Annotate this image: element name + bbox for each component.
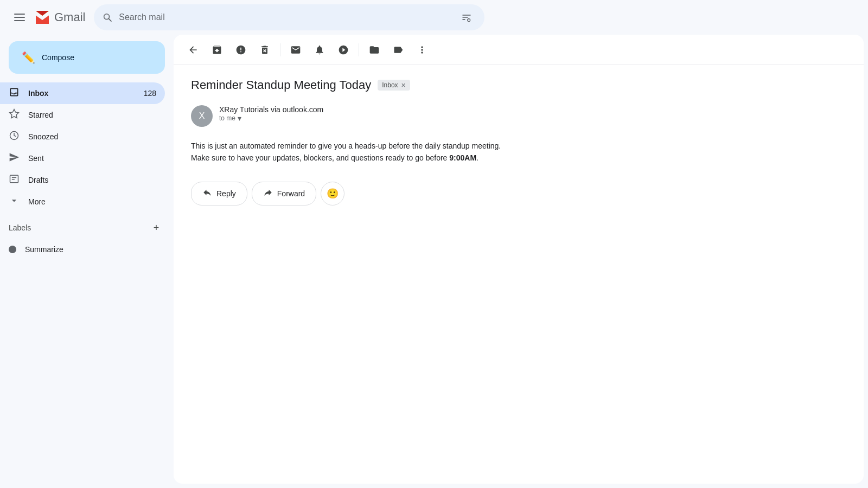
email-subject-row: Reminder Standup Meeting Today Inbox ×	[191, 78, 846, 92]
snoozed-icon	[9, 130, 20, 144]
inbox-count: 128	[144, 89, 156, 98]
svg-rect-1	[14, 17, 25, 18]
labels-title: Labels	[9, 223, 31, 232]
menu-button[interactable]	[9, 7, 30, 28]
inbox-label: Inbox	[28, 89, 135, 98]
delete-button[interactable]	[254, 39, 276, 61]
email-sender-row: X XRay Tutorials via outlook.com to me ▾	[191, 105, 846, 127]
sidebar-item-snoozed[interactable]: Snoozed	[0, 126, 165, 147]
reply-label: Reply	[216, 189, 236, 198]
sidebar-item-inbox[interactable]: Inbox 128	[0, 82, 165, 104]
inbox-icon	[9, 87, 20, 100]
forward-icon	[263, 188, 273, 200]
email-body-line2: Make sure to have your updates, blockers…	[191, 152, 846, 164]
inbox-tag-remove[interactable]: ×	[401, 81, 406, 89]
emoji-icon: 🙂	[327, 188, 339, 200]
svg-point-3	[104, 14, 110, 20]
email-meeting-time: 9:00AM	[449, 153, 476, 162]
chevron-down-icon: ▾	[238, 114, 241, 123]
more-button[interactable]	[411, 39, 433, 61]
archive-button[interactable]	[206, 39, 228, 61]
task-button[interactable]	[333, 39, 354, 61]
email-area: Reminder Standup Meeting Today Inbox × X…	[174, 35, 864, 484]
reply-icon	[202, 188, 212, 200]
label-dot-summarize	[9, 246, 16, 253]
svg-rect-8	[10, 175, 18, 182]
label-button[interactable]	[387, 39, 409, 61]
action-buttons: Reply Forward 🙂	[191, 182, 846, 206]
sent-icon	[9, 152, 20, 165]
search-tune-button[interactable]	[457, 7, 476, 28]
compose-label: Compose	[42, 53, 74, 62]
spam-button[interactable]	[230, 39, 252, 61]
star-icon	[9, 108, 20, 122]
sidebar-item-drafts[interactable]: Drafts	[0, 169, 165, 191]
sender-name-text: XRay Tutorials	[219, 105, 269, 114]
svg-rect-0	[14, 14, 25, 15]
more-label: More	[28, 197, 156, 206]
inbox-tag: Inbox ×	[378, 80, 410, 91]
drafts-icon	[9, 174, 20, 187]
label-summarize-text: Summarize	[25, 245, 63, 254]
sender-to-label: to me	[219, 114, 235, 122]
emoji-reaction-button[interactable]: 🙂	[321, 182, 344, 206]
gmail-logo[interactable]: Gmail	[33, 8, 85, 27]
forward-label: Forward	[277, 189, 305, 198]
svg-line-4	[109, 19, 111, 21]
snooze-button[interactable]	[309, 39, 330, 61]
inbox-tag-label: Inbox	[382, 81, 398, 89]
toolbar-separator-2	[359, 43, 359, 56]
more-chevron-icon	[9, 195, 20, 209]
sender-to[interactable]: to me ▾	[219, 114, 846, 123]
sent-label: Sent	[28, 154, 156, 163]
labels-add-button[interactable]: +	[148, 219, 165, 236]
starred-label: Starred	[28, 111, 156, 119]
labels-header: Labels +	[0, 217, 174, 239]
email-body-line2-pre: Make sure to have your updates, blockers…	[191, 153, 449, 162]
sender-via: via	[271, 105, 283, 114]
sidebar-item-more[interactable]: More	[0, 191, 165, 213]
mark-unread-button[interactable]	[285, 39, 307, 61]
reply-button[interactable]: Reply	[191, 182, 247, 206]
labels-section: Labels + Summarize	[0, 213, 174, 265]
email-subject: Reminder Standup Meeting Today	[191, 78, 371, 92]
email-content: Reminder Standup Meeting Today Inbox × X…	[174, 65, 864, 219]
compose-icon: ✏️	[22, 51, 35, 64]
email-toolbar	[174, 35, 864, 65]
svg-rect-2	[14, 20, 25, 21]
forward-button[interactable]: Forward	[252, 182, 316, 206]
move-button[interactable]	[363, 39, 385, 61]
search-icon	[103, 12, 112, 23]
sender-info: XRay Tutorials via outlook.com to me ▾	[219, 105, 846, 123]
main-layout: ✏️ Compose Inbox 128 Starred	[0, 35, 868, 488]
sidebar-item-sent[interactable]: Sent	[0, 147, 165, 169]
search-input[interactable]	[119, 12, 450, 22]
sidebar-item-summarize[interactable]: Summarize	[0, 239, 165, 260]
back-button[interactable]	[182, 39, 204, 61]
search-bar	[94, 4, 484, 30]
sender-domain: outlook.com	[283, 105, 323, 114]
sidebar-item-starred[interactable]: Starred	[0, 104, 165, 126]
sender-name: XRay Tutorials via outlook.com	[219, 105, 846, 114]
gmail-logo-text: Gmail	[54, 10, 85, 24]
email-body: This is just an automated reminder to gi…	[191, 140, 846, 164]
email-body-line1: This is just an automated reminder to gi…	[191, 140, 846, 152]
drafts-label: Drafts	[28, 176, 156, 184]
toolbar-separator-1	[280, 43, 280, 56]
sidebar: ✏️ Compose Inbox 128 Starred	[0, 35, 174, 488]
snoozed-label: Snoozed	[28, 132, 156, 141]
topbar: Gmail	[0, 0, 868, 35]
compose-button[interactable]: ✏️ Compose	[9, 41, 165, 74]
avatar: X	[191, 105, 213, 127]
email-body-line2-post: .	[476, 153, 478, 162]
